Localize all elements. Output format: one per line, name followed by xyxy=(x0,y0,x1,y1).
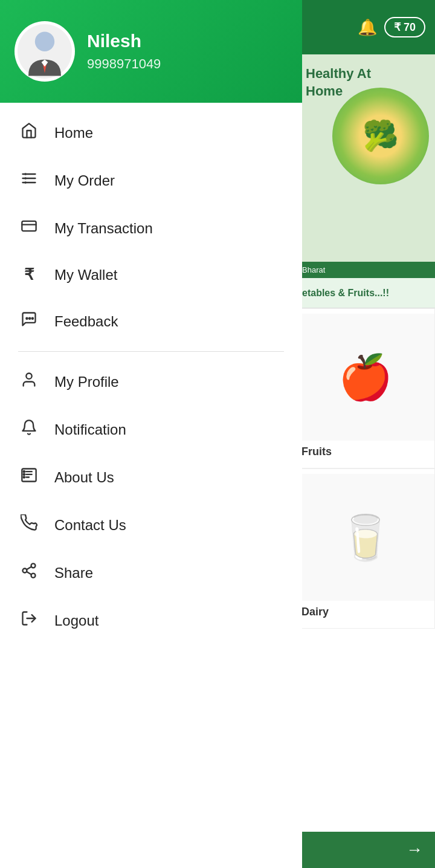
user-phone: 9998971049 xyxy=(87,56,161,72)
home-label: Home xyxy=(54,125,93,141)
main-header: 🔔 ₹ 70 xyxy=(296,0,435,54)
avatar xyxy=(14,21,75,82)
notification-icon xyxy=(18,419,40,440)
next-arrow-icon[interactable]: → xyxy=(406,840,423,860)
user-name: Nilesh xyxy=(87,31,161,51)
dairy-image: 🥛 xyxy=(297,474,434,601)
fruits-image: 🍎 xyxy=(297,314,434,441)
share-icon xyxy=(18,562,40,583)
profile-icon xyxy=(18,371,40,392)
drawer-header: Nilesh 9998971049 xyxy=(0,0,302,103)
contact-us-label: Contact Us xyxy=(54,517,126,534)
svg-point-18 xyxy=(24,471,25,472)
banner-footer: Bharat xyxy=(296,262,435,278)
contact-us-icon xyxy=(18,514,40,536)
sidebar-item-feedback[interactable]: Feedback xyxy=(0,297,302,345)
my-transaction-label: My Transaction xyxy=(54,220,153,237)
svg-point-19 xyxy=(24,474,25,475)
notification-label: Notification xyxy=(54,421,126,438)
menu-divider xyxy=(18,351,284,352)
svg-point-11 xyxy=(29,318,30,319)
fruits-label: Fruits xyxy=(297,441,337,463)
share-label: Share xyxy=(54,565,93,581)
vegetables-banner: etables & Fruits...!! xyxy=(296,278,435,308)
home-icon xyxy=(18,122,40,143)
feedback-label: Feedback xyxy=(54,313,118,330)
my-wallet-label: My Wallet xyxy=(54,267,117,283)
main-content: 🔔 ₹ 70 Healthy AtHome 🥦 Bharat etables &… xyxy=(296,0,435,868)
side-drawer: Nilesh 9998971049 Home xyxy=(0,0,302,868)
sidebar-item-contact-us[interactable]: Contact Us xyxy=(0,501,302,549)
logout-icon xyxy=(18,610,40,631)
logout-label: Logout xyxy=(54,612,98,629)
sidebar-item-about-us[interactable]: About Us xyxy=(0,453,302,501)
svg-point-1 xyxy=(35,32,54,51)
fruits-image: 🥦 xyxy=(332,88,429,184)
about-us-icon xyxy=(18,467,40,488)
sidebar-item-share[interactable]: Share xyxy=(0,549,302,597)
dairy-category-card[interactable]: 🥛 Dairy xyxy=(296,468,435,629)
sidebar-item-my-profile[interactable]: My Profile xyxy=(0,358,302,406)
transaction-icon xyxy=(18,218,40,239)
svg-point-10 xyxy=(26,318,27,319)
sidebar-item-my-transaction[interactable]: My Transaction xyxy=(0,204,302,252)
sidebar-item-my-order[interactable]: My Order xyxy=(0,157,302,204)
my-order-label: My Order xyxy=(54,172,115,189)
sidebar-item-notification[interactable]: Notification xyxy=(0,406,302,453)
wallet-badge[interactable]: ₹ 70 xyxy=(384,17,425,37)
sidebar-item-logout[interactable]: Logout xyxy=(0,597,302,644)
main-banner: Healthy AtHome 🥦 Bharat xyxy=(296,54,435,278)
about-us-label: About Us xyxy=(54,469,114,486)
svg-rect-8 xyxy=(22,221,36,231)
order-icon xyxy=(18,170,40,191)
bottom-bar: → xyxy=(296,832,435,868)
fruits-category-card[interactable]: 🍎 Fruits xyxy=(296,308,435,468)
svg-point-20 xyxy=(24,476,25,478)
sidebar-item-my-wallet[interactable]: ₹ My Wallet xyxy=(0,252,302,297)
user-info: Nilesh 9998971049 xyxy=(87,31,161,72)
menu-list: Home My Order xyxy=(0,103,302,868)
feedback-icon xyxy=(18,311,40,332)
bell-icon[interactable]: 🔔 xyxy=(358,18,377,37)
svg-line-25 xyxy=(27,567,31,570)
wallet-icon: ₹ xyxy=(18,265,40,284)
sidebar-item-home[interactable]: Home xyxy=(0,109,302,157)
svg-point-12 xyxy=(32,318,33,319)
svg-point-13 xyxy=(26,374,31,379)
my-profile-label: My Profile xyxy=(54,374,119,390)
svg-line-24 xyxy=(27,572,31,575)
dairy-label: Dairy xyxy=(297,601,334,623)
